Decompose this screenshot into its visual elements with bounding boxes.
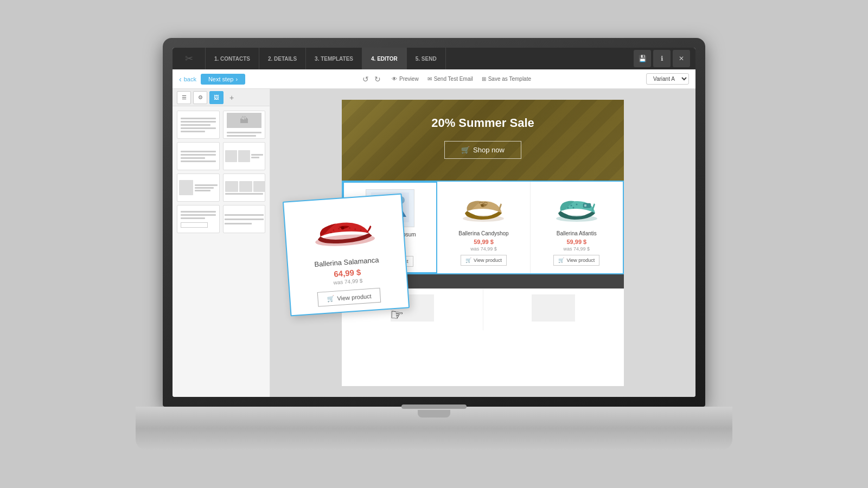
template-item[interactable]: [223, 142, 266, 170]
nav-icons: 💾 ℹ ✕: [634, 50, 690, 67]
laptop-bezel: ✂ 1. CONTACTS 2. DETAILS 3. TEMPLATES 4.…: [163, 38, 705, 407]
view-product-button-candyshop[interactable]: 🛒 View product: [461, 255, 507, 266]
cart-icon-hero: 🛒: [461, 146, 470, 154]
laptop-wrapper: ✂ 1. CONTACTS 2. DETAILS 3. TEMPLATES 4.…: [136, 38, 732, 450]
main-area: ☰ ⚙ 🖼 +: [173, 89, 695, 397]
close-icon: ✕: [679, 55, 684, 62]
info-icon-btn[interactable]: ℹ: [653, 50, 671, 67]
product-name-atlantis: Ballerina Atlantis: [535, 230, 618, 236]
svg-point-13: [481, 204, 484, 207]
back-button[interactable]: ‹ back: [179, 75, 196, 84]
svg-point-18: [576, 204, 577, 206]
floating-product-card: Ballerina Salamanca 64,99 $ was 74,99 $ …: [283, 194, 410, 317]
template-item[interactable]: [177, 205, 220, 233]
nav-step-details[interactable]: 2. DETAILS: [259, 48, 306, 69]
svg-point-17: [570, 205, 572, 207]
panel-tab-add[interactable]: +: [226, 92, 238, 104]
template-item[interactable]: 🏔: [223, 111, 266, 139]
template-item[interactable]: [223, 205, 266, 233]
laptop-screen: ✂ 1. CONTACTS 2. DETAILS 3. TEMPLATES 4.…: [173, 48, 695, 397]
svg-point-20: [572, 207, 574, 209]
redo-button[interactable]: ↻: [372, 75, 383, 84]
template-icon: ⊞: [482, 76, 486, 82]
preview-action[interactable]: 👁 Preview: [392, 76, 419, 82]
next-chevron-icon: ›: [235, 76, 238, 82]
app-container: ✂ 1. CONTACTS 2. DETAILS 3. TEMPLATES 4.…: [173, 48, 695, 397]
variant-select[interactable]: Variant A Variant B: [646, 73, 689, 85]
save-icon-btn[interactable]: 💾: [634, 50, 651, 67]
svg-rect-16: [584, 204, 586, 207]
logo-icon: ✂: [185, 53, 193, 65]
save-template-label: Save as Template: [488, 76, 531, 82]
view-product-label-p2: View product: [474, 258, 502, 263]
second-row-img-2: [532, 294, 575, 322]
cart-icon-p2: 🛒: [465, 258, 471, 263]
next-step-label: Next step: [208, 76, 233, 82]
hero-banner: 20% Summer Sale 🛒 Shop now: [342, 100, 624, 181]
product-was-candyshop: was 74,99 $: [442, 246, 525, 252]
view-product-label-p3: View product: [566, 258, 595, 263]
product-item-atlantis[interactable]: Ballerina Atlantis 59,99 $ was 74,99 $ 🛒…: [531, 182, 623, 273]
template-item[interactable]: [177, 111, 220, 139]
undo-button[interactable]: ↺: [360, 75, 371, 84]
nav-step-editor[interactable]: 4. EDITOR: [362, 48, 407, 69]
toolbar-right: Variant A Variant B: [646, 73, 689, 85]
back-label: back: [184, 76, 196, 82]
red-shoe-svg: [308, 206, 381, 254]
panel-tabs: ☰ ⚙ 🖼 +: [173, 89, 270, 106]
eye-icon: 👁: [392, 76, 397, 82]
toolbar-center: ↺ ↻ 👁 Preview ✉ Send Test Email ⊞: [250, 75, 642, 84]
laptop-hinge: [401, 404, 467, 409]
nav-step-send[interactable]: 5. SEND: [407, 48, 446, 69]
envelope-icon: ✉: [427, 76, 432, 82]
product-price-atlantis: 59,99 $: [535, 239, 618, 245]
view-product-button-atlantis[interactable]: 🛒 View product: [553, 255, 599, 266]
cart-icon-p3: 🛒: [558, 258, 564, 263]
logo-area: ✂: [178, 48, 200, 69]
template-item[interactable]: [177, 174, 220, 202]
product-name-candyshop: Ballerina Candyshop: [442, 230, 525, 236]
cursor-icon: ☞: [389, 306, 404, 325]
hero-title: 20% Summer Sale: [353, 116, 613, 130]
template-item[interactable]: [177, 142, 220, 170]
nav-steps: 1. CONTACTS 2. DETAILS 3. TEMPLATES 4. E…: [205, 48, 634, 69]
toolbar: ‹ back Next step › ↺ ↻ 👁: [173, 69, 695, 89]
product-price-candyshop: 59,99 $: [442, 239, 525, 245]
floating-view-product-label: View product: [337, 292, 372, 301]
panel-tab-layout[interactable]: ☰: [177, 91, 191, 104]
template-item[interactable]: [223, 174, 266, 202]
left-panel: ☰ ⚙ 🖼 +: [173, 89, 270, 397]
shop-now-label: Shop now: [473, 146, 505, 154]
info-icon: ℹ: [661, 55, 663, 62]
close-icon-btn[interactable]: ✕: [673, 50, 690, 67]
product-was-atlantis: was 74,99 $: [535, 246, 618, 252]
cart-icon: 🛒: [327, 295, 335, 303]
product-item-candyshop[interactable]: Ballerina Candyshop 59,99 $ was 74,99 $ …: [437, 182, 530, 273]
save-template-action[interactable]: ⊞ Save as Template: [482, 76, 531, 82]
laptop-base: [136, 407, 732, 450]
preview-label: Preview: [399, 76, 419, 82]
nav-step-templates[interactable]: 3. TEMPLATES: [306, 48, 362, 69]
second-row-item: [483, 289, 624, 330]
teal-shoe-svg: [553, 191, 601, 223]
template-grid: 🏔: [173, 106, 270, 237]
undo-redo-group: ↺ ↻: [360, 75, 383, 84]
shop-now-button[interactable]: 🛒 Shop now: [444, 141, 521, 159]
back-arrow-icon: ‹: [179, 75, 182, 84]
content-area[interactable]: Ballerina Salamanca 64,99 $ was 74,99 $ …: [270, 89, 695, 397]
panel-tab-images[interactable]: 🖼: [209, 91, 224, 104]
top-nav: ✂ 1. CONTACTS 2. DETAILS 3. TEMPLATES 4.…: [173, 48, 695, 69]
laptop-notch: [418, 410, 450, 418]
product-image-candyshop: [459, 188, 508, 226]
next-step-button[interactable]: Next step ›: [201, 74, 245, 85]
product-image-atlantis: [552, 188, 601, 226]
floating-shoe-image: [305, 202, 384, 256]
beige-shoe-svg: [459, 191, 507, 223]
send-test-label: Send Test Email: [434, 76, 473, 82]
svg-point-19: [567, 207, 569, 209]
nav-step-contacts[interactable]: 1. CONTACTS: [205, 48, 259, 69]
save-icon: 💾: [639, 55, 647, 62]
floating-view-product-button[interactable]: 🛒 View product: [317, 288, 381, 307]
send-test-action[interactable]: ✉ Send Test Email: [427, 76, 473, 82]
panel-tab-settings[interactable]: ⚙: [193, 91, 207, 104]
